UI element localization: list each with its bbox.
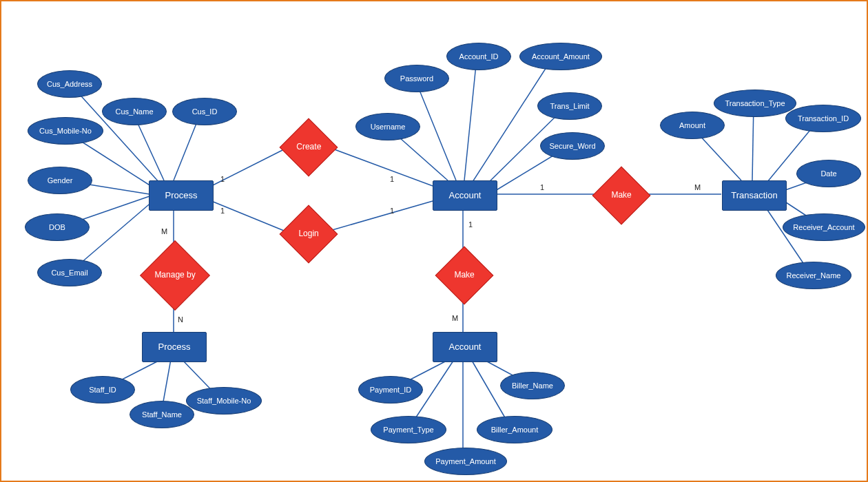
attr-label: Biller_Amount xyxy=(491,426,538,434)
attr-transaction-id[interactable]: Transaction_ID xyxy=(785,105,861,132)
card-account-create: 1 xyxy=(390,175,394,183)
card-process-manage: M xyxy=(161,227,167,235)
relationship-label: Manage by xyxy=(154,271,195,280)
card-account-make-down: 1 xyxy=(468,220,473,229)
card-account-login: 1 xyxy=(390,207,394,215)
svg-line-9 xyxy=(325,146,433,186)
attr-staff-id[interactable]: Staff_ID xyxy=(70,376,135,404)
attr-label: Biller_Name xyxy=(512,381,553,390)
attr-label: Gender xyxy=(48,176,73,185)
entity-label: Process xyxy=(158,342,191,352)
entity-label: Account xyxy=(449,342,482,352)
attr-username[interactable]: Username xyxy=(355,113,420,140)
attr-label: Cus_Mobile-No xyxy=(39,127,92,135)
attr-cus-address[interactable]: Cus_Address xyxy=(37,70,102,98)
attr-biller-amount[interactable]: Biller_Amount xyxy=(477,416,552,443)
attr-account-id[interactable]: Account_ID xyxy=(446,43,511,70)
relationship-label: Create xyxy=(296,143,321,151)
attr-label: Receiver_Account xyxy=(793,223,854,231)
attr-cus-email[interactable]: Cus_Email xyxy=(37,259,102,286)
attr-gender[interactable]: Gender xyxy=(28,167,92,194)
card-transaction-make-side: M xyxy=(694,183,701,191)
attr-label: Transaction_ID xyxy=(798,114,849,123)
attr-label: Amount xyxy=(679,121,705,129)
attr-payment-type[interactable]: Payment_Type xyxy=(371,416,446,443)
card-process-create: 1 xyxy=(220,175,225,183)
attr-label: Password xyxy=(400,74,433,83)
entity-label: Account xyxy=(449,191,482,200)
attr-dob[interactable]: DOB xyxy=(25,213,90,241)
attr-label: Receiver_Name xyxy=(787,271,841,280)
attr-label: Staff_Name xyxy=(142,410,182,419)
svg-line-8 xyxy=(211,201,287,232)
relationship-label: Make xyxy=(611,191,631,200)
card-payment-make-down: M xyxy=(452,314,458,322)
attr-amount[interactable]: Amount xyxy=(660,112,725,139)
card-staff-manage: N xyxy=(178,315,183,324)
attr-label: Transaction_Type xyxy=(725,99,785,107)
attr-label: Payment_Type xyxy=(383,426,433,434)
attr-label: Account_ID xyxy=(459,52,499,61)
attr-label: Cus_Address xyxy=(47,80,92,88)
attr-account-amount[interactable]: Account_Amount xyxy=(519,43,602,70)
card-account-make-side: 1 xyxy=(540,183,544,191)
attr-label: DOB xyxy=(49,223,65,231)
attr-label: Account_Amount xyxy=(532,52,590,61)
attr-label: Cus_ID xyxy=(192,107,218,116)
svg-line-10 xyxy=(325,201,433,232)
attr-label: Cus_Email xyxy=(51,269,87,277)
card-process-login: 1 xyxy=(220,207,225,215)
svg-line-18 xyxy=(464,58,477,180)
attr-staff-name[interactable]: Staff_Name xyxy=(130,401,194,428)
attr-label: Secure_Word xyxy=(549,142,595,150)
er-diagram-canvas: Process Process Account Account Transact… xyxy=(0,0,868,482)
attr-label: Staff_Mobile-No xyxy=(197,397,251,405)
attr-label: Payment_ID xyxy=(370,386,412,394)
attr-cus-mobile-no[interactable]: Cus_Mobile-No xyxy=(28,117,103,145)
entity-transaction[interactable]: Transaction xyxy=(722,180,787,211)
attr-trans-limit[interactable]: Trans_Limit xyxy=(537,92,602,120)
attr-transaction-type[interactable]: Transaction_Type xyxy=(714,90,796,117)
attr-secure-word[interactable]: Secure_Word xyxy=(540,132,605,160)
entity-process-top[interactable]: Process xyxy=(149,180,214,211)
attr-receiver-account[interactable]: Receiver_Account xyxy=(783,213,865,241)
attr-label: Staff_ID xyxy=(89,386,116,394)
entity-process-bottom[interactable]: Process xyxy=(142,332,207,362)
attr-password[interactable]: Password xyxy=(384,65,449,92)
entity-account-top[interactable]: Account xyxy=(433,180,497,211)
attr-receiver-name[interactable]: Receiver_Name xyxy=(776,262,851,289)
attr-staff-mobile-no[interactable]: Staff_Mobile-No xyxy=(186,387,262,415)
attr-label: Payment_Amount xyxy=(435,457,495,465)
attr-date[interactable]: Date xyxy=(796,160,861,187)
attr-label: Trans_Limit xyxy=(550,102,589,110)
entity-account-bottom[interactable]: Account xyxy=(433,332,497,362)
attr-label: Date xyxy=(820,169,836,178)
svg-line-17 xyxy=(415,78,456,180)
attr-cus-id[interactable]: Cus_ID xyxy=(172,98,237,125)
attr-biller-name[interactable]: Biller_Name xyxy=(500,372,565,399)
relationship-label: Login xyxy=(298,229,318,238)
attr-cus-name[interactable]: Cus_Name xyxy=(102,98,167,125)
relationship-label: Make xyxy=(454,271,474,280)
attr-label: Username xyxy=(371,123,406,131)
entity-label: Process xyxy=(165,191,198,200)
attr-payment-amount[interactable]: Payment_Amount xyxy=(424,448,507,475)
attr-label: Cus_Name xyxy=(115,107,153,116)
entity-label: Transaction xyxy=(731,191,777,200)
attr-payment-id[interactable]: Payment_ID xyxy=(358,376,423,404)
